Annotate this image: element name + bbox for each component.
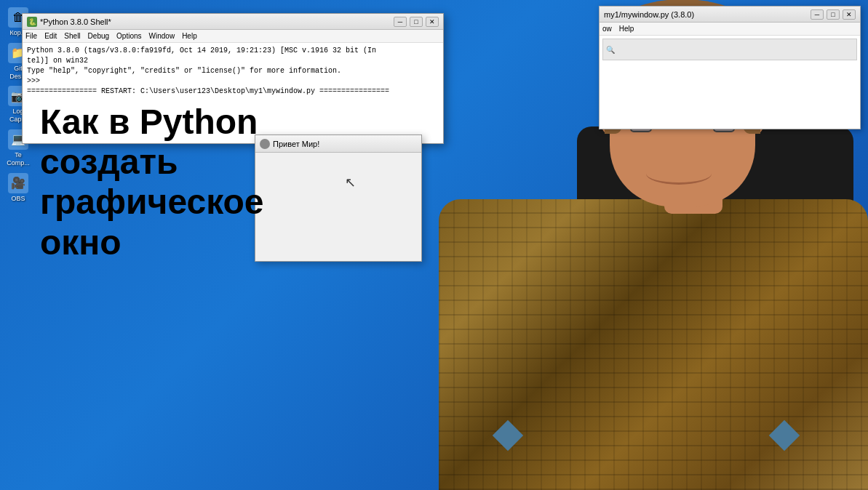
python-shell-restart: ================ RESTART: C:\Users\user1…: [27, 87, 439, 97]
python-shell-menubar: File Edit Shell Debug Options Window Hel…: [23, 30, 443, 43]
editor-menu-ow[interactable]: ow: [602, 25, 612, 33]
maximize-button[interactable]: □: [410, 17, 423, 27]
editor-close[interactable]: ✕: [843, 9, 856, 20]
main-title: Как в Python создать графическое окно: [40, 102, 264, 262]
editor-titlebar: my1/mywindow.py (3.8.0) ─ □ ✕: [600, 7, 860, 23]
editor-content: 🔍: [600, 36, 860, 121]
editor-controls: ─ □ ✕: [811, 9, 856, 20]
desktop-icon-obs-label: OBS: [11, 195, 25, 203]
editor-search-bar: 🔍: [602, 39, 857, 60]
title-line1: Как в Python: [40, 103, 258, 141]
title-line3: графическое: [40, 182, 264, 221]
desktop-icon-comp-label: TeComp...: [7, 151, 30, 167]
menu-edit[interactable]: Edit: [44, 32, 57, 40]
python-shell-title: *Python 3.8.0 Shell*: [40, 17, 111, 26]
menu-file[interactable]: File: [25, 32, 37, 40]
cursor-inside-tkinter: ↖: [345, 174, 356, 190]
menu-options[interactable]: Options: [116, 32, 141, 40]
menu-help[interactable]: Help: [182, 32, 197, 40]
python-shell-line3: Type "help", "copyright", "credits" or "…: [27, 66, 439, 76]
search-icon: 🔍: [606, 46, 615, 54]
overlay-text-block: Как в Python создать графическое окно: [40, 102, 264, 262]
python-shell-title-left: 🐍 *Python 3.8.0 Shell*: [27, 17, 111, 27]
python-shell-prompt: >>>: [27, 76, 439, 87]
python-shell-controls: ─ □ ✕: [394, 17, 439, 27]
editor-minimize[interactable]: ─: [811, 9, 824, 20]
editor-menu-help[interactable]: Help: [619, 25, 634, 33]
title-line2: создать: [40, 142, 178, 181]
editor-title: my1/mywindow.py (3.8.0): [604, 10, 694, 19]
tkinter-title: Привет Мир!: [273, 140, 319, 148]
menu-shell[interactable]: Shell: [64, 32, 80, 40]
editor-title-left: my1/mywindow.py (3.8.0): [604, 10, 694, 19]
python-shell-line2: tel)] on win32: [27, 56, 439, 66]
title-line4: окно: [40, 223, 122, 262]
person-smile: [646, 163, 712, 185]
python-shell-titlebar: 🐍 *Python 3.8.0 Shell* ─ □ ✕: [23, 14, 443, 30]
tkinter-window[interactable]: Привет Мир! ↖: [255, 134, 422, 262]
editor-menubar: ow Help: [600, 23, 860, 36]
python-shell-line1: Python 3.8.0 (tags/v3.8.0:fa919fd, Oct 1…: [27, 46, 439, 56]
person-body: [439, 199, 868, 490]
editor-maximize[interactable]: □: [827, 9, 840, 20]
close-button[interactable]: ✕: [426, 17, 439, 27]
python-shell-icon: 🐍: [27, 17, 37, 27]
obs-icon: 🎥: [8, 173, 28, 193]
desktop-icon-obs[interactable]: 🎥 OBS: [1, 173, 36, 203]
minimize-button[interactable]: ─: [394, 17, 407, 27]
editor-window[interactable]: my1/mywindow.py (3.8.0) ─ □ ✕ ow Help 🔍: [599, 6, 861, 129]
menu-debug[interactable]: Debug: [88, 32, 109, 40]
tkinter-titlebar: Привет Мир!: [255, 135, 421, 153]
menu-window[interactable]: Window: [149, 32, 175, 40]
tkinter-body: ↖: [255, 153, 421, 261]
